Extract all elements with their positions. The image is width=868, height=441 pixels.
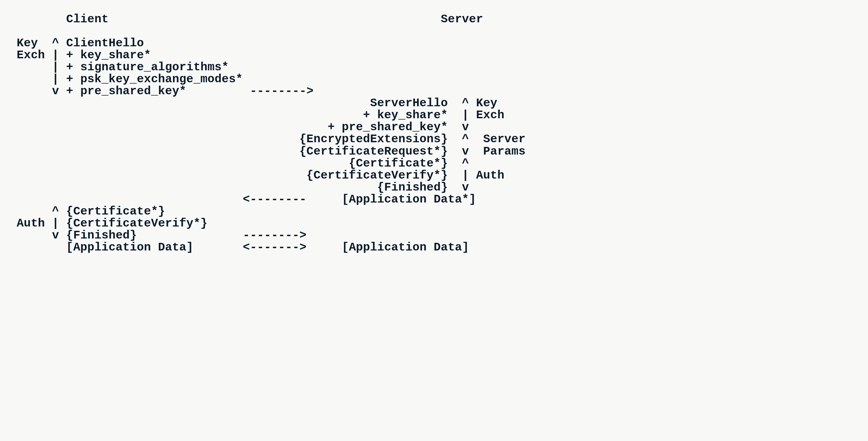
bracket-mid: | [462,109,469,122]
phase-auth-s: Auth [476,169,504,182]
sp [17,73,52,86]
sp [17,121,328,134]
bracket-bot: v [462,121,469,134]
tls-handshake-diagram: Client Server Key ^ ClientHello Exch | +… [0,0,868,267]
sp [448,109,462,122]
sp [17,229,52,242]
bracket-top: ^ [462,97,469,110]
sp [17,145,299,158]
sp [17,157,349,170]
sp [17,84,52,98]
client-header: Client [66,13,108,26]
sp [306,241,342,254]
sp [469,133,483,146]
bracket-bot: v [462,181,469,194]
sp [17,169,306,182]
bracket-mid: | [52,217,59,230]
phase-key: Key [17,37,38,50]
server-cert-req: {CertificateRequest*} [299,145,448,158]
client-cert-verify: {CertificateVerify*} [66,217,207,230]
bracket-bot: v [462,145,469,158]
bracket-top: ^ [462,133,469,146]
client-psk: + pre_shared_key* [66,84,186,98]
sp [38,37,52,50]
sp [17,241,66,254]
sp [469,169,476,182]
server-cert-verify: {CertificateVerify*} [306,169,448,182]
sp [448,181,462,194]
sp [59,84,66,98]
spacer [108,13,441,26]
arrow-right-2: --------> [243,229,307,242]
sp [448,133,462,146]
bracket-top: ^ [462,157,469,170]
sp [17,181,377,194]
sp [469,109,476,122]
phase-sp2: Params [483,145,525,158]
phase-key-s: Key [476,97,497,110]
client-cert: {Certificate*} [66,205,165,218]
sp [448,157,462,170]
client-finished: {Finished} [66,229,137,242]
sp [17,61,52,74]
sp [448,97,462,110]
client-hello: ClientHello [66,37,144,50]
sp [17,205,52,218]
sp [469,97,476,110]
sp [306,193,342,206]
sp [448,121,462,134]
server-header: Server [441,13,483,26]
sp [193,241,243,254]
server-finished: {Finished} [377,181,448,194]
bracket-bot: v [52,84,59,98]
blank [17,13,66,26]
sp [45,48,52,62]
sp [137,229,243,242]
sp [17,133,299,146]
arrow-both: <-------> [243,241,307,254]
sp [17,193,243,206]
sp [448,145,462,158]
bracket-mid: | [52,48,59,62]
bracket-mid: | [52,73,59,86]
server-app-data-opt: [Application Data*] [342,193,476,206]
bracket-mid: | [52,61,59,74]
client-psk-modes: + psk_key_exchange_modes* [66,73,243,86]
sp [59,61,66,74]
phase-auth-c: Auth [17,217,45,230]
sp [469,145,483,158]
arrow-left-1: <-------- [243,193,307,206]
sp [186,84,250,98]
server-hello: ServerHello [370,97,448,110]
bracket-top: ^ [52,37,59,50]
bracket-bot: v [52,229,59,242]
sp [59,229,66,242]
server-key-share: + key_share* [363,109,448,122]
bracket-mid: | [462,169,469,182]
phase-sp1: Server [483,133,525,146]
sp [17,97,370,110]
phase-exch-s: Exch [476,109,504,122]
server-psk: + pre_shared_key* [328,121,448,134]
sp [448,169,462,182]
sp [59,73,66,86]
client-app-data: [Application Data] [66,241,193,254]
client-sig-algs: + signature_algorithms* [66,61,229,74]
bracket-top: ^ [52,205,59,218]
sp [59,37,66,50]
server-enc-ext: {EncryptedExtensions} [299,133,448,146]
sp [59,205,66,218]
server-app-data: [Application Data] [342,241,469,254]
client-key-share: + key_share* [66,48,151,62]
server-cert: {Certificate*} [349,157,448,170]
sp [59,48,66,62]
sp [45,217,52,230]
sp [59,217,66,230]
sp [17,109,363,122]
phase-exch: Exch [17,48,45,62]
arrow-right-1: --------> [250,84,314,98]
